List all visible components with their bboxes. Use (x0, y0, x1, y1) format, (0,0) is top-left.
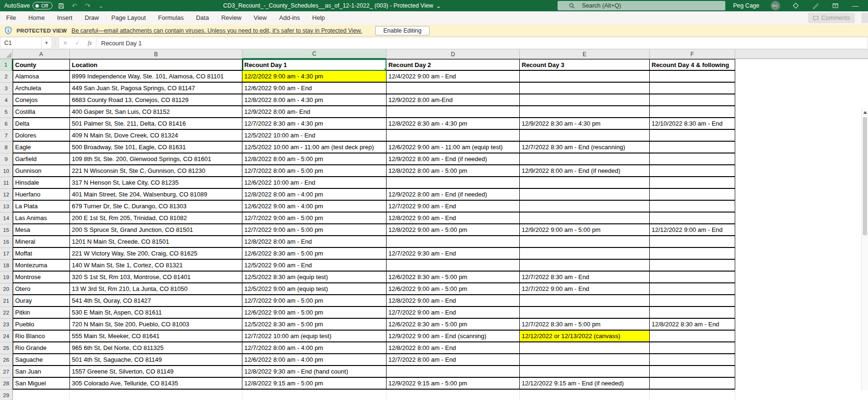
cell-recount-day-2[interactable] (387, 106, 520, 118)
cell-county[interactable]: San Miguel (13, 378, 70, 390)
row-header-12[interactable]: 12 (0, 189, 13, 201)
cell-recount-day-1[interactable]: 12/7/2022 8:30 am - 4:30 pm (242, 118, 387, 130)
cell-county[interactable]: Garfield (13, 153, 70, 165)
window-dock-icon[interactable] (831, 1, 840, 10)
cell-recount-day-4[interactable] (650, 366, 735, 378)
cell-location[interactable]: 401 Main Street, Ste 204, Walsenburg, CO… (70, 189, 242, 201)
cell-location[interactable]: 555 Main St, Meeker, CO 81641 (70, 331, 242, 342)
cell-location[interactable]: 8999 Independence Way, Ste. 101, Alamosa… (70, 71, 242, 83)
tab-review[interactable]: Review (215, 11, 248, 25)
row-header-22[interactable]: 22 (0, 307, 13, 319)
cell-location[interactable]: 409 N Main St, Dove Creek, CO 81324 (70, 130, 242, 142)
cell-county[interactable]: Archuleta (13, 83, 70, 94)
share-button-cutoff[interactable] (861, 13, 868, 23)
cell-recount-day-1[interactable]: 12/5/2022 10:00 am - End (242, 130, 387, 142)
search-input[interactable]: Search (Alt+Q) (558, 1, 725, 10)
cell-recount-day-4[interactable] (650, 272, 735, 283)
cell-recount-day-4[interactable]: 12/12/2022 9:00 am - End (650, 224, 735, 236)
cell-recount-day-1[interactable]: 12/7/2022 8:00 am - 5:00 pm (242, 165, 387, 177)
empty-grid-area[interactable] (735, 59, 868, 400)
cell-recount-day-2[interactable]: 12/6/2022 8:30 am - 5:00 pm (387, 272, 520, 283)
cell-recount-day-1[interactable]: 12/6/2022 8:30 am - 5:00 pm (242, 248, 387, 260)
cell-recount-day-1[interactable]: 12/5/2022 9:00 am (equip test) (242, 283, 387, 295)
cell-recount-day-1[interactable]: 12/6/2022 10:00 am - End (242, 177, 387, 189)
cell-recount-day-3[interactable] (520, 189, 650, 201)
cell-recount-day-2[interactable]: 12/9/2022 9:15 am - 5:00 pm (387, 378, 520, 390)
cell-recount-day-2[interactable]: 12/8/2022 8:30 am - 4:30 pm (387, 118, 520, 130)
tab-help[interactable]: Help (306, 11, 331, 25)
cell-recount-day-2[interactable]: 12/9/2022 9:00 am - End (scanning) (387, 331, 520, 342)
cell-county[interactable]: Otero (13, 283, 70, 295)
cell-recount-day-2[interactable] (387, 260, 520, 272)
cell-location[interactable]: 320 S 1st St, Rm 103, Montrose, CO 81401 (70, 272, 242, 283)
cell-recount-day-2[interactable]: 12/8/2022 9:00 am - 5:00 pm (387, 224, 520, 236)
row-header-18[interactable]: 18 (0, 260, 13, 272)
comments-button[interactable]: Comments (808, 13, 855, 23)
cell-recount-day-3[interactable]: 12/7/2022 8:30 am - 5:00 pm (520, 319, 650, 331)
vertical-scrollbar[interactable] (861, 109, 868, 391)
cell-recount-day-4[interactable] (650, 248, 735, 260)
cell-recount-day-3[interactable] (520, 71, 650, 83)
cell-recount-day-1[interactable]: 12/2/2022 9:00 am - 4:30 pm (242, 71, 387, 83)
cell-recount-day-2[interactable]: 12/7/2022 9:00 am - End (387, 201, 520, 213)
cell-county[interactable]: Conejos (13, 94, 70, 106)
save-icon[interactable] (57, 1, 66, 10)
cell-recount-day-4[interactable] (650, 378, 735, 390)
cell-county[interactable]: Saguache (13, 354, 70, 366)
row-header-6[interactable]: 6 (0, 118, 13, 130)
cell-location[interactable]: 965 6th St, Del Norte, CO 811325 (70, 342, 242, 354)
cell-recount-day-2[interactable]: 12/8/2022 9:00 am - End (387, 213, 520, 224)
redo-icon[interactable]: ↷ (84, 1, 92, 10)
cell-recount-day-3[interactable] (520, 153, 650, 165)
row-header-29[interactable]: 29 (0, 390, 13, 400)
cell-location[interactable]: 500 Broadway, Ste 101, Eagle, CO 81631 (70, 142, 242, 153)
cell-recount-day-4[interactable] (650, 354, 735, 366)
row-header-9[interactable]: 9 (0, 153, 13, 165)
row-header-8[interactable]: 8 (0, 142, 13, 153)
row-header-25[interactable]: 25 (0, 342, 13, 354)
cell-county[interactable]: Dolores (13, 130, 70, 142)
cell-location[interactable]: 6683 County Road 13, Conejos, CO 81129 (70, 94, 242, 106)
cell-recount-day-4[interactable] (650, 94, 735, 106)
cell-recount-day-1[interactable]: 12/6/2022 9:00 am - End (242, 83, 387, 94)
cell-recount-day-3[interactable] (520, 248, 650, 260)
tab-formulas[interactable]: Formulas (152, 11, 190, 25)
tab-page-layout[interactable]: Page Layout (105, 11, 152, 25)
row-header-19[interactable]: 19 (0, 272, 13, 283)
tab-file[interactable]: File (0, 11, 22, 25)
row-header-13[interactable]: 13 (0, 201, 13, 213)
cell-county[interactable]: Rio Blanco (13, 331, 70, 342)
row-header-23[interactable]: 23 (0, 319, 13, 331)
cell-recount-day-3[interactable] (520, 295, 650, 307)
fill-handle[interactable] (384, 68, 387, 71)
cell-recount-day-3[interactable]: 12/7/2022 8:30 am - End (520, 272, 650, 283)
cell-recount-day-3[interactable] (520, 354, 650, 366)
row-header-5[interactable]: 5 (0, 106, 13, 118)
cell-recount-day-2[interactable] (387, 236, 520, 248)
cell-recount-day-1[interactable]: 12/6/2022 9:00 am - 4:00 pm (242, 201, 387, 213)
name-box[interactable]: C1 (0, 37, 42, 49)
row-header-27[interactable]: 27 (0, 366, 13, 378)
cell-recount-day-2[interactable] (387, 177, 520, 189)
row-header-20[interactable]: 20 (0, 283, 13, 295)
cell-recount-day-3[interactable] (520, 94, 650, 106)
cell-recount-day-2[interactable]: 12/7/2022 9:00 am - End (387, 307, 520, 319)
cell-recount-day-2[interactable]: 12/8/2022 8:00 am - End (387, 342, 520, 354)
cell-recount-day-4[interactable] (650, 106, 735, 118)
header-recount-day-3[interactable]: Recount Day 3 (520, 59, 650, 71)
cell-location[interactable]: 530 E Main St, Aspen, CO 81611 (70, 307, 242, 319)
cell-location[interactable]: 679 Turner Dr, Ste C, Durango, CO 81303 (70, 201, 242, 213)
tab-add-ins[interactable]: Add-ins (273, 11, 306, 25)
cell-recount-day-2[interactable]: 12/7/2022 9:30 am - End (387, 248, 520, 260)
tab-draw[interactable]: Draw (78, 11, 105, 25)
cell-recount-day-3[interactable]: 12/7/2022 9:00 am - End (520, 283, 650, 295)
row-header-17[interactable]: 17 (0, 248, 13, 260)
cell-location[interactable]: 200 E 1st St, Rm 205, Trinidad, CO 81082 (70, 213, 242, 224)
column-header-b[interactable]: B (70, 50, 242, 59)
cell-county[interactable]: Gunnison (13, 165, 70, 177)
cell-recount-day-1[interactable]: 12/7/2022 8:00 am - 4:00 pm (242, 342, 387, 354)
cell-location[interactable]: 109 8th St, Ste. 200, Glenwood Springs, … (70, 153, 242, 165)
cell-recount-day-4[interactable] (650, 130, 735, 142)
cell-recount-day-4[interactable] (650, 142, 735, 153)
cell-recount-day-1[interactable]: 12/8/2022 8:00 am - End (242, 236, 387, 248)
